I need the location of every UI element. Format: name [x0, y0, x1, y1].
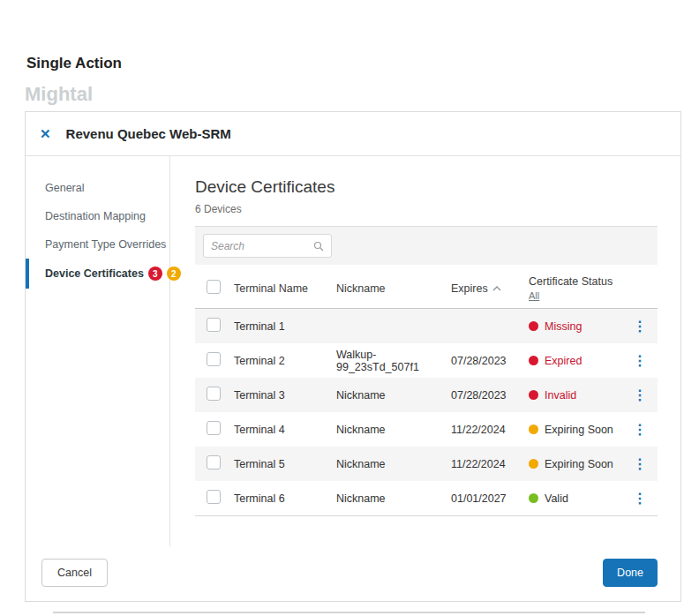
row-actions-menu-icon[interactable]: ⋮	[633, 491, 647, 506]
row-checkbox[interactable]	[207, 490, 221, 504]
status-dot-icon	[529, 424, 538, 434]
row-actions-cell: ⋮	[633, 457, 658, 471]
row-checkbox-cell	[195, 387, 234, 403]
close-icon[interactable]: ✕	[40, 126, 51, 142]
row-actions-cell: ⋮	[633, 354, 658, 368]
status-label: Expiring Soon	[545, 458, 613, 470]
header-checkbox-cell	[195, 280, 234, 297]
modal-body: GeneralDestination MappingPayment Type O…	[26, 156, 680, 546]
page-title: Single Action	[26, 55, 699, 72]
certificate-status-cell: Expired	[529, 355, 633, 367]
row-actions-cell: ⋮	[633, 423, 658, 437]
table-row: Terminal 4Nickname11/22/2024Expiring Soo…	[195, 412, 658, 447]
sidebar-item-device-certificates[interactable]: Device Certificates32	[26, 259, 169, 289]
row-actions-cell: ⋮	[633, 492, 658, 506]
count-badge: 3	[148, 267, 162, 281]
modal-header: ✕ Revenu Quebec Web-SRM	[26, 112, 680, 156]
sidebar-item-label: Device Certificates	[45, 267, 144, 280]
sidebar-item-label: General	[45, 182, 84, 194]
status-label: Valid	[545, 492, 568, 505]
status-dot-icon	[529, 459, 538, 469]
modal-sidebar: GeneralDestination MappingPayment Type O…	[26, 156, 170, 546]
sort-asc-icon	[492, 286, 501, 291]
row-checkbox[interactable]	[207, 455, 221, 470]
row-actions-menu-icon[interactable]: ⋮	[633, 319, 647, 334]
certificate-status-cell: Valid	[529, 492, 633, 505]
nickname-cell: Nickname	[336, 424, 451, 436]
status-label: Expired	[545, 355, 582, 367]
sidebar-item-general[interactable]: General	[26, 174, 169, 202]
row-actions-menu-icon[interactable]: ⋮	[633, 422, 647, 437]
status-dot-icon	[529, 321, 538, 331]
row-actions-menu-icon[interactable]: ⋮	[633, 387, 647, 402]
row-checkbox-cell	[195, 352, 234, 369]
col-expires-label: Expires	[451, 282, 488, 295]
certificate-status-cell: Expiring Soon	[529, 458, 633, 470]
expires-cell: 11/22/2024	[451, 458, 529, 470]
device-table-body: Terminal 1Missing⋮Terminal 2Walkup-99_23…	[195, 309, 658, 516]
table-header: Terminal Name Nickname Expires Certifica…	[195, 265, 658, 309]
certificate-status-cell: Invalid	[529, 389, 633, 402]
table-row: Terminal 6Nickname01/01/2027Valid⋮	[195, 481, 658, 515]
device-count: 6 Devices	[195, 203, 658, 215]
table-row: Terminal 3Nickname07/28/2023Invalid⋮	[195, 378, 658, 412]
page-bottom-divider	[53, 612, 645, 613]
search-input-wrapper	[203, 234, 332, 258]
status-label: Invalid	[545, 389, 576, 402]
col-nickname: Nickname	[336, 282, 451, 295]
row-checkbox-cell	[195, 490, 234, 507]
sidebar-item-label: Destination Mapping	[45, 210, 146, 222]
row-checkbox[interactable]	[207, 318, 221, 332]
status-label: Missing	[545, 320, 582, 333]
modal-title: Revenu Quebec Web-SRM	[66, 126, 231, 141]
brand-name: Mightal	[25, 83, 699, 106]
expires-cell: 07/28/2023	[451, 355, 529, 367]
table-row: Terminal 2Walkup-99_23sTd_507f107/28/202…	[195, 343, 658, 378]
nickname-cell: Walkup-99_23sTd_507f1	[336, 349, 451, 373]
search-icon	[313, 241, 324, 252]
row-checkbox-cell	[195, 318, 234, 334]
search-input[interactable]	[211, 240, 313, 252]
sidebar-item-payment-type-overrides[interactable]: Payment Type Overrides	[26, 230, 169, 259]
certificate-status-cell: Missing	[529, 320, 633, 333]
col-expires-sort[interactable]: Expires	[451, 282, 529, 295]
nickname-cell: Nickname	[336, 458, 451, 470]
certificate-status-cell: Expiring Soon	[529, 424, 633, 436]
search-bar	[195, 226, 658, 265]
terminal-name-cell: Terminal 2	[234, 355, 336, 367]
terminal-name-cell: Terminal 3	[234, 389, 336, 402]
status-dot-icon	[529, 493, 538, 503]
row-checkbox-cell	[195, 421, 234, 438]
status-dot-icon	[529, 356, 538, 365]
section-heading: Device Certificates	[195, 177, 658, 197]
sidebar-item-destination-mapping[interactable]: Destination Mapping	[26, 202, 169, 230]
status-filter-all-link[interactable]: All	[529, 290, 539, 301]
terminal-name-cell: Terminal 5	[234, 458, 336, 470]
row-checkbox-cell	[195, 455, 234, 472]
sidebar-item-label: Payment Type Overrides	[45, 238, 166, 251]
row-actions-cell: ⋮	[633, 388, 658, 402]
select-all-checkbox[interactable]	[207, 280, 221, 294]
row-actions-menu-icon[interactable]: ⋮	[633, 353, 647, 368]
done-button[interactable]: Done	[603, 559, 658, 587]
table-row: Terminal 1Missing⋮	[195, 309, 658, 343]
status-dot-icon	[529, 390, 538, 400]
nickname-cell: Nickname	[336, 492, 451, 505]
col-terminal-name: Terminal Name	[234, 282, 336, 295]
row-actions-cell: ⋮	[633, 319, 658, 334]
expires-cell: 01/01/2027	[451, 492, 529, 505]
expires-cell: 11/22/2024	[451, 424, 529, 436]
modal-footer: Cancel Done	[26, 546, 680, 601]
modal-content: Device Certificates 6 Devices Terminal N…	[170, 156, 686, 546]
terminal-name-cell: Terminal 6	[234, 492, 336, 505]
row-checkbox[interactable]	[207, 387, 221, 401]
terminal-name-cell: Terminal 4	[234, 424, 336, 436]
status-label: Expiring Soon	[545, 424, 613, 436]
row-checkbox[interactable]	[207, 352, 221, 366]
col-certificate-status: Certificate Status All	[529, 275, 633, 301]
cancel-button[interactable]: Cancel	[41, 559, 108, 587]
row-actions-menu-icon[interactable]: ⋮	[633, 456, 647, 471]
table-row: Terminal 5Nickname11/22/2024Expiring Soo…	[195, 447, 658, 481]
row-checkbox[interactable]	[207, 421, 221, 435]
col-status-label: Certificate Status	[529, 275, 613, 288]
